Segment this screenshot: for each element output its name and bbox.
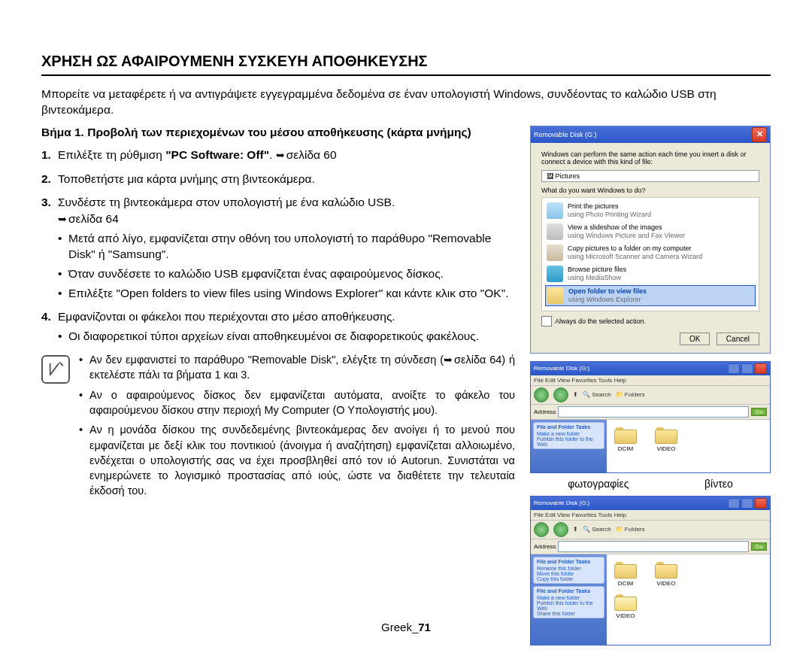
toolbar: ⬆ 🔍 Search 📁 Folders xyxy=(531,386,770,405)
step-3: 3. Συνδέστε τη βιντεοκάμερα στον υπολογι… xyxy=(41,194,515,301)
opt-browse[interactable]: Browse picture filesusing MediaShow xyxy=(545,264,756,284)
task-item[interactable]: Publish this folder to the Web xyxy=(537,436,601,447)
toolbar: ⬆ 🔍 Search 📁 Folders xyxy=(531,521,770,539)
page-footer: Greek_71 xyxy=(0,621,812,633)
intro-text: Μπορείτε να μεταφέρετε ή να αντιγράψετε … xyxy=(41,87,771,118)
forward-icon[interactable] xyxy=(553,387,568,402)
folders-button[interactable]: 📁 Folders xyxy=(616,391,645,398)
folder-labels: φωτογραφίες βίντεο xyxy=(530,478,771,490)
maximize-icon[interactable] xyxy=(741,498,753,509)
videos-label: βίντεο xyxy=(704,478,733,490)
left-column: Βήμα 1. Προβολή των περιεχομένων του μέσ… xyxy=(41,126,515,650)
task-item[interactable]: Share this folder xyxy=(537,611,601,616)
maximize-icon[interactable] xyxy=(741,363,753,374)
forward-icon[interactable] xyxy=(553,522,568,537)
task-item[interactable]: Publish this folder to the Web xyxy=(537,600,601,611)
step-title: Βήμα 1. Προβολή των περιεχομένων του μέσ… xyxy=(41,126,515,139)
minimize-icon[interactable] xyxy=(728,498,740,509)
page-ref-icon xyxy=(276,148,286,161)
up-icon[interactable]: ⬆ xyxy=(573,391,578,398)
removable-disk-dialog: Removable Disk (G:) ✕ Windows can perfor… xyxy=(530,126,771,354)
folder-video[interactable]: VIDEO xyxy=(655,560,677,587)
folder-dcim[interactable]: DCIM xyxy=(614,426,637,452)
dialog-title: Removable Disk (G:) xyxy=(534,126,597,143)
mediashow-icon xyxy=(547,266,563,282)
folder-video[interactable]: VIDEO xyxy=(655,426,677,452)
note-box: Αν δεν εμφανιστεί το παράθυρο "Removable… xyxy=(41,352,515,503)
dialog-message: Windows can perform the same action each… xyxy=(541,150,759,166)
folder-icon xyxy=(547,287,564,304)
section-heading: ΧΡΗΣΗ ΩΣ ΑΦΑΙΡΟΥΜΕΝΗ ΣΥΣΚΕΥΗ ΑΠΟΘΗΚΕΥΣΗΣ xyxy=(41,53,771,76)
folder-dcim[interactable]: DCIM xyxy=(614,560,637,587)
close-icon[interactable]: ✕ xyxy=(752,127,767,142)
opt-open-folder[interactable]: Open folder to view filesusing Windows E… xyxy=(545,285,756,306)
go-button[interactable]: Go xyxy=(751,542,767,551)
opt-copy[interactable]: Copy pictures to a folder on my computer… xyxy=(545,243,756,263)
tasks-pane: File and Folder Tasks Make a new folder … xyxy=(531,420,607,472)
search-button[interactable]: 🔍 Search xyxy=(583,526,611,533)
folder-icon xyxy=(614,560,637,579)
ok-button[interactable]: OK xyxy=(680,333,710,345)
folder-icon xyxy=(655,560,677,579)
folder-open-icon xyxy=(614,593,637,611)
dialog-question: What do you want Windows to do? xyxy=(541,187,759,194)
always-checkbox-row[interactable]: Always do the selected action. xyxy=(541,316,759,326)
folders-button[interactable]: 📁 Folders xyxy=(616,526,645,533)
files-pane[interactable]: DCIM VIDEO xyxy=(607,420,770,472)
opt-slideshow[interactable]: View a slideshow of the imagesusing Wind… xyxy=(545,222,756,241)
close-icon[interactable] xyxy=(755,498,767,509)
step-2: 2. Τοποθετήστε μια κάρτα μνήμης στη βιντ… xyxy=(41,171,515,187)
address-field[interactable] xyxy=(558,541,749,552)
minimize-icon[interactable] xyxy=(728,363,740,374)
step-1: 1. Επιλέξτε τη ρύθμιση "PC Software: Off… xyxy=(41,147,515,163)
search-button[interactable]: 🔍 Search xyxy=(583,391,611,398)
cancel-button[interactable]: Cancel xyxy=(717,333,759,345)
step-4: 4. Εμφανίζονται οι φάκελοι που περιέχοντ… xyxy=(41,308,515,344)
address-label: Address xyxy=(534,543,556,550)
opt-print[interactable]: Print the picturesusing Photo Printing W… xyxy=(545,201,756,220)
folder-icon xyxy=(655,426,677,444)
task-item[interactable]: Copy this folder xyxy=(537,576,601,582)
close-icon[interactable] xyxy=(755,363,767,374)
task-item[interactable]: Move this folder xyxy=(537,571,601,576)
address-field[interactable] xyxy=(558,406,749,418)
note-icon xyxy=(41,355,70,384)
right-column: Removable Disk (G:) ✕ Windows can perfor… xyxy=(530,126,771,650)
slideshow-icon xyxy=(547,223,563,240)
menubar[interactable]: File Edit View Favorites Tools Help xyxy=(531,510,770,521)
back-icon[interactable] xyxy=(534,522,549,537)
go-button[interactable]: Go xyxy=(751,408,767,416)
checkbox-icon[interactable] xyxy=(541,316,552,326)
back-icon[interactable] xyxy=(534,387,549,402)
page-ref-icon xyxy=(444,354,454,366)
pictures-label: 🖼 Pictures xyxy=(541,170,759,182)
up-icon[interactable]: ⬆ xyxy=(573,526,578,533)
task-item[interactable]: Make a new folder xyxy=(537,595,601,600)
task-item[interactable]: Rename this folder xyxy=(537,566,601,571)
print-wizard-icon xyxy=(547,202,563,219)
action-list[interactable]: Print the picturesusing Photo Printing W… xyxy=(541,197,759,311)
scanner-icon xyxy=(547,244,563,261)
photos-label: φωτογραφίες xyxy=(568,478,629,490)
task-item[interactable]: Make a new folder xyxy=(537,431,601,436)
explorer-window-1: Removable Disk (G:) File Edit View Favor… xyxy=(530,361,771,473)
folder-video-open[interactable]: VIDEO xyxy=(614,593,637,619)
address-label: Address xyxy=(534,409,556,415)
page-ref-icon xyxy=(58,212,68,225)
folder-icon xyxy=(614,426,637,444)
window-title: Removable Disk (G:) xyxy=(534,500,589,506)
menubar[interactable]: File Edit View Favorites Tools Help xyxy=(531,375,770,386)
window-title: Removable Disk (G:) xyxy=(534,365,589,372)
